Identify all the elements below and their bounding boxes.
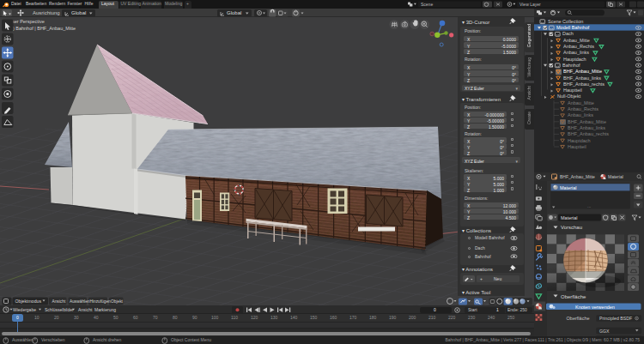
svg-text:Auswählen: Auswählen [70,299,90,304]
svg-text:BHF_Anbau_rechts: BHF_Anbau_rechts [563,81,605,86]
svg-text:(0) Bahnhof | BHF_Anbau_Mitte: (0) Bahnhof | BHF_Anbau_Mitte [9,26,76,31]
svg-text:Scene Collection: Scene Collection [548,18,583,23]
svg-text:Null-Objekt: Null-Objekt [557,94,581,99]
svg-text:Hauptdach: Hauptdach [563,56,586,61]
svg-text:Objekt: Objekt [111,299,124,304]
svg-text:Ansicht: Ansicht [52,299,66,304]
svg-text:Anbau_Rechts: Anbau_Rechts [568,106,598,112]
svg-text:Dach: Dach [562,31,574,36]
svg-text:Modell Bahnhof: Modell Bahnhof [556,25,590,30]
svg-text:Bahnhof: Bahnhof [562,62,580,67]
svg-text:Knoten verwenden: Knoten verwenden [575,304,615,309]
svg-text:BHF_Anbau_rechts: BHF_Anbau_rechts [568,131,609,136]
svg-text:Anbau_Mitte: Anbau_Mitte [563,37,590,42]
svg-text:Principled BSDF: Principled BSDF [599,315,632,320]
svg-text:BHF_Anbau_Mitte: BHF_Anbau_Mitte [563,69,602,74]
svg-text:Hinzufügen: Hinzufügen [90,299,112,304]
svg-text:Anbau_Mitte: Anbau_Mitte [568,100,594,105]
svg-text:Hauptdach: Hauptdach [568,137,591,142]
svg-text:Anbau_links: Anbau_links [563,50,589,55]
svg-text:BHF_Anbau_links: BHF_Anbau_links [568,124,605,130]
svg-text:User Perspective: User Perspective [9,19,45,24]
svg-text:Vorschau: Vorschau [561,225,582,230]
svg-text:Anbau_links: Anbau_links [568,112,593,118]
svg-text:Hauptteil: Hauptteil [568,143,586,148]
svg-text:Material: Material [608,174,623,179]
svg-text:BHF_Anbau_links: BHF_Anbau_links [563,75,601,80]
svg-text:Oberfläche: Oberfläche [567,316,590,321]
svg-text:BHF_Anbau_Mitte: BHF_Anbau_Mitte [560,174,595,179]
svg-text:Objektmodus: Objektmodus [15,299,42,304]
svg-text:Material: Material [561,214,578,220]
svg-text:BHF_Anbau_Mitte: BHF_Anbau_Mitte [568,118,606,124]
svg-text:Material: Material [560,184,577,190]
svg-text:GGX: GGX [599,328,610,333]
svg-text:...: ... [587,203,591,208]
svg-text:Oberfläche: Oberfläche [561,293,586,299]
svg-text:Hauptteil: Hauptteil [563,88,582,93]
svg-text:Anbau_Rechts: Anbau_Rechts [563,44,594,49]
